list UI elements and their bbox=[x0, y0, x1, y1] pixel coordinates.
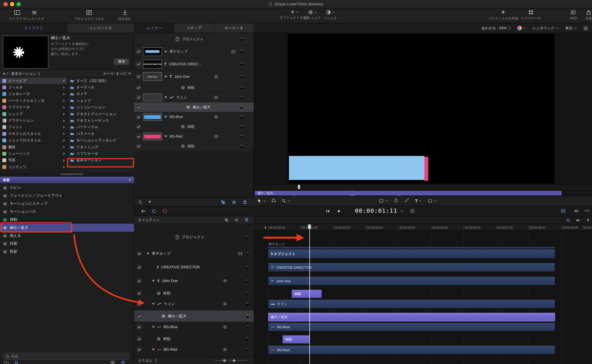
disclosure-triangle-icon[interactable] bbox=[152, 280, 155, 282]
lock-icon[interactable] bbox=[246, 302, 250, 306]
rectangle-tool[interactable] bbox=[379, 199, 388, 203]
snapping-diamond-icon[interactable] bbox=[566, 218, 570, 222]
layer-row-move-bgred[interactable]: 移動 bbox=[134, 141, 254, 151]
category-item-music[interactable]: ミュージック bbox=[0, 150, 67, 157]
lock-icon[interactable] bbox=[240, 37, 244, 41]
mute-speaker-icon[interactable] bbox=[141, 209, 146, 214]
disclosure-triangle-icon[interactable] bbox=[164, 116, 167, 118]
category-item-replicators[interactable]: リプリケータ bbox=[0, 104, 67, 111]
make-particles-button[interactable]: パーティクルを作成 bbox=[488, 10, 518, 21]
timeline-ruler[interactable]: 00:00:00:00 00:00:01:00 00:00:02:00 00:0… bbox=[254, 224, 592, 231]
category-item-generators[interactable]: ジェネレータ bbox=[0, 91, 67, 97]
category-item-photos[interactable]: 写真 bbox=[0, 157, 67, 164]
lock-icon[interactable] bbox=[246, 252, 250, 256]
subcategory-item-retiming[interactable]: リタイミング bbox=[67, 144, 134, 150]
behavior-gear-icon[interactable] bbox=[214, 134, 218, 138]
layer-checkbox[interactable] bbox=[137, 291, 141, 295]
window-layout-icon[interactable] bbox=[583, 26, 588, 30]
subcategory-item-text-animation[interactable]: テキストアニメーション bbox=[67, 111, 134, 117]
play-button[interactable] bbox=[337, 209, 341, 213]
layer-row-john-doe[interactable]: John Doe John Doe bbox=[134, 70, 254, 83]
filter-toolbar-button[interactable]: フィルタ bbox=[324, 10, 337, 20]
show-behaviors-icon[interactable] bbox=[232, 200, 236, 204]
show-layers-icon[interactable] bbox=[244, 218, 249, 222]
hud-button[interactable]: HUD bbox=[570, 10, 577, 20]
category-item-filters[interactable]: フィルタ bbox=[0, 84, 67, 91]
subcategory-item-shape[interactable]: シェイプ bbox=[67, 97, 134, 104]
behavior-gear-icon[interactable] bbox=[214, 95, 218, 99]
library-toolbar-button[interactable]: ライブラリ bbox=[9, 10, 25, 21]
layer-row-bg-red[interactable]: BG-Red bbox=[134, 132, 254, 141]
slider-knob[interactable] bbox=[223, 359, 226, 362]
search-input[interactable] bbox=[11, 354, 126, 358]
layer-checkbox[interactable] bbox=[136, 134, 141, 138]
behavior-item-throw[interactable]: 移動 bbox=[0, 216, 134, 224]
subcategory-item-motion-tracking[interactable]: モーショントラッキング bbox=[67, 137, 134, 144]
category-item-materials[interactable]: 素材 bbox=[0, 144, 67, 150]
track-bar-line[interactable]: ライン bbox=[268, 300, 555, 308]
layer-checkbox[interactable] bbox=[136, 115, 141, 119]
disclosure-triangle-icon[interactable] bbox=[164, 76, 167, 78]
layer-checkbox[interactable] bbox=[136, 50, 141, 54]
layer-checkbox[interactable] bbox=[137, 314, 141, 318]
text-tool[interactable] bbox=[415, 198, 422, 203]
line-tool[interactable] bbox=[404, 198, 409, 204]
lock-icon[interactable] bbox=[240, 125, 244, 129]
canvas-viewport[interactable]: CREATIVE DIRECTOR bbox=[288, 34, 554, 183]
chevron-down-icon[interactable] bbox=[400, 210, 403, 212]
timeline-row-move-john[interactable]: 移動 bbox=[134, 289, 254, 298]
behavior-gear-icon[interactable] bbox=[223, 325, 227, 329]
layer-row-creative-director[interactable]: CREATIVE DIRECTOR CREATIVE DIREC… bbox=[134, 58, 254, 70]
lock-icon[interactable] bbox=[246, 235, 250, 239]
track-bar-grow-shrink[interactable]: 縮小／拡大 bbox=[268, 313, 555, 321]
scrollbar-thumb[interactable] bbox=[60, 173, 83, 175]
tab-library[interactable]: ライブラリ bbox=[0, 23, 67, 33]
timeline-row-move-bgblue[interactable]: 移動 bbox=[134, 334, 254, 344]
behavior-item-grow-shrink[interactable]: 縮小／拡大 bbox=[0, 224, 134, 232]
subcategory-item-camera[interactable]: カメラ bbox=[67, 91, 134, 97]
lock-icon[interactable] bbox=[246, 325, 250, 329]
back-arrow-icon[interactable] bbox=[3, 72, 5, 75]
layer-checkbox[interactable] bbox=[136, 125, 141, 129]
show-media-icon[interactable] bbox=[224, 218, 229, 222]
category-item-behaviors[interactable]: ビヘイビア bbox=[0, 78, 67, 84]
save-frame-icon[interactable] bbox=[561, 209, 566, 213]
track-group-mini-bar[interactable] bbox=[268, 247, 555, 249]
lock-icon[interactable] bbox=[240, 75, 244, 78]
slider-knob[interactable] bbox=[233, 359, 235, 362]
lock-icon[interactable] bbox=[240, 115, 244, 119]
layer-checkbox[interactable] bbox=[137, 279, 141, 283]
subcategory-item-audio[interactable]: オーディオ bbox=[67, 84, 134, 91]
layer-checkbox[interactable] bbox=[137, 265, 141, 269]
lock-icon[interactable] bbox=[246, 265, 250, 269]
share-button[interactable]: 共有 bbox=[585, 10, 592, 21]
layer-checkbox[interactable] bbox=[137, 302, 141, 306]
horizontal-scrollbar[interactable] bbox=[0, 173, 134, 176]
behavior-item-fade[interactable]: フェードイン／フェードアウト bbox=[0, 192, 134, 200]
playhead-handle[interactable] bbox=[308, 224, 311, 229]
track-bar-creative-director[interactable]: CREATIVE DIRECTOR bbox=[268, 263, 555, 272]
zoom-tool[interactable] bbox=[281, 199, 290, 203]
go-to-start-button[interactable] bbox=[326, 209, 330, 213]
mini-timeline[interactable] bbox=[254, 184, 592, 191]
lock-icon[interactable] bbox=[240, 86, 244, 90]
library-search-field[interactable] bbox=[2, 353, 130, 360]
category-item-fonts[interactable]: フォント bbox=[0, 124, 67, 131]
view-dropdown[interactable]: 表示 bbox=[565, 26, 577, 31]
category-item-content[interactable]: コンテンツ bbox=[0, 164, 67, 170]
lock-icon[interactable] bbox=[246, 314, 250, 318]
timeline-row-john-doe[interactable]: John Doe bbox=[134, 276, 254, 286]
library-path-dropdown[interactable]: 基本モーション bbox=[11, 71, 40, 76]
lock-icon[interactable] bbox=[246, 348, 250, 352]
layer-row-project[interactable]: プロジェクト bbox=[134, 33, 254, 46]
new-folder-icon[interactable] bbox=[4, 360, 9, 364]
subcategory-item-text-sequence[interactable]: テキストシーケンス bbox=[67, 117, 134, 124]
panel-toggle-icon[interactable]: ▮ bbox=[587, 218, 589, 222]
mini-timeline-playhead[interactable] bbox=[298, 185, 300, 189]
timeline-row-bg-red[interactable]: BG-Red bbox=[134, 345, 254, 354]
custom-zoom-dropdown[interactable]: カスタム bbox=[138, 358, 152, 363]
names-column-header[interactable]: 名前 bbox=[0, 177, 134, 183]
search-icon[interactable] bbox=[138, 200, 142, 204]
layer-checkbox[interactable] bbox=[136, 144, 141, 148]
list-view-icon[interactable] bbox=[121, 360, 125, 364]
